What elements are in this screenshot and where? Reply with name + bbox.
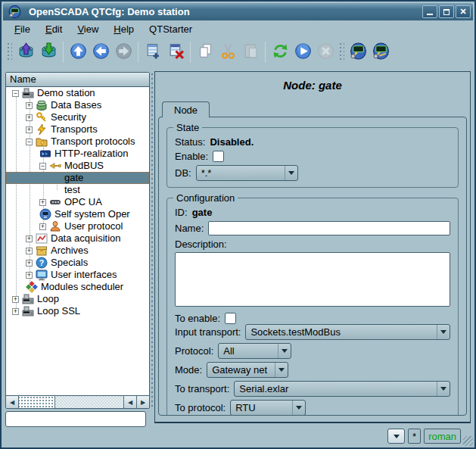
toolbar-handle[interactable] <box>7 42 12 62</box>
to-transport-combobox[interactable]: Serial.exlar <box>234 381 450 397</box>
menu-qtstarter[interactable]: QTStarter <box>142 22 199 36</box>
tree-item-http-realization[interactable]: HTTP-realization <box>6 148 149 160</box>
data-acquisition-icon <box>36 232 48 245</box>
description-field[interactable] <box>175 252 450 307</box>
expand-icon[interactable]: + <box>12 296 19 303</box>
menu-help[interactable]: Help <box>107 22 141 36</box>
station-icon <box>22 305 34 317</box>
go-previous-button[interactable] <box>89 41 112 64</box>
scrollbar-track[interactable] <box>55 396 123 408</box>
expand-icon[interactable]: + <box>26 235 33 242</box>
tree-item-label: User protocol <box>64 220 123 232</box>
name-field[interactable] <box>208 221 450 235</box>
tree-item-test[interactable]: test <box>6 184 149 196</box>
tree-horizontal-scrollbar[interactable]: ◀ ◀ ▶ <box>6 395 149 408</box>
scroll-left-icon[interactable]: ◀ <box>6 396 19 408</box>
scrollbar-thumb[interactable] <box>19 396 55 408</box>
cut-item-button[interactable] <box>216 41 239 64</box>
tree-item-user-protocol[interactable]: +User protocol <box>6 220 149 232</box>
tree-item-archives[interactable]: +Archives <box>6 245 149 257</box>
protocol-combobox[interactable]: All <box>218 343 291 359</box>
tree-item-modules-scheduler[interactable]: Modules scheduler <box>6 281 149 293</box>
collapse-icon[interactable]: − <box>39 163 46 170</box>
expand-icon[interactable]: + <box>26 260 33 267</box>
minimize-button[interactable] <box>422 5 437 18</box>
expand-icon[interactable]: + <box>12 308 19 315</box>
tree-item-data-bases[interactable]: +Data Bases <box>6 99 149 111</box>
tree-item-gate[interactable]: gate <box>6 172 149 184</box>
close-button[interactable]: ✕ <box>456 5 471 18</box>
scroll-left-icon[interactable]: ◀ <box>123 396 136 408</box>
id-value: gate <box>192 207 213 218</box>
tree-item-demo-station[interactable]: −Demo station <box>6 87 149 99</box>
app-icon <box>8 5 21 18</box>
db-combobox[interactable]: *.* <box>196 165 298 181</box>
user-protocol-icon <box>49 220 61 232</box>
oscd-config-icon <box>350 42 367 63</box>
toolbar-handle[interactable] <box>339 42 344 62</box>
tree-filter-input[interactable] <box>5 411 146 427</box>
chevron-down-icon <box>285 166 297 180</box>
expand-icon[interactable]: + <box>26 272 33 279</box>
state-legend: State <box>173 122 202 133</box>
modbus-icon <box>49 160 61 172</box>
to-protocol-combobox[interactable]: RTU <box>230 400 306 416</box>
tree-item-specials[interactable]: +?Specials <box>6 257 149 269</box>
tree-item-user-interfaces[interactable]: +User interfaces <box>6 269 149 281</box>
menu-view[interactable]: View <box>70 22 105 36</box>
tree-item-transports[interactable]: +Transports <box>6 123 149 136</box>
start-updating-button[interactable] <box>291 41 314 64</box>
collapse-icon[interactable]: − <box>26 139 33 145</box>
tree-item-loop-ssl[interactable]: +Loop SSL <box>6 305 149 317</box>
tree-item-transport-protocols[interactable]: −Transport protocols <box>6 136 149 148</box>
menu-edit[interactable]: Edit <box>39 22 69 36</box>
maximize-button[interactable] <box>439 5 454 18</box>
tree-item-modbus[interactable]: −ModBUS <box>6 160 149 172</box>
mode-combobox[interactable]: Gateway net <box>207 362 288 378</box>
expand-icon[interactable]: + <box>39 199 46 206</box>
description-label: Description: <box>175 239 227 250</box>
tree-item-self-system-oper[interactable]: Self system Oper <box>6 208 149 220</box>
tree-column-header[interactable]: Name <box>6 73 149 87</box>
enable-checkbox[interactable] <box>213 151 224 162</box>
expand-icon[interactable]: + <box>26 102 33 109</box>
go-up-button[interactable] <box>67 41 89 64</box>
transports-icon <box>36 123 48 136</box>
menu-file[interactable]: File <box>8 22 37 36</box>
expand-icon[interactable]: + <box>26 126 33 133</box>
expand-icon[interactable]: + <box>26 248 33 254</box>
scroll-right-icon[interactable]: ▶ <box>136 396 149 408</box>
save-to-db-button[interactable] <box>37 41 60 64</box>
to-enable-checkbox[interactable] <box>225 313 236 324</box>
qtstarter-vision-button[interactable] <box>369 41 392 64</box>
input-transport-combobox[interactable]: Sockets.testModBus <box>245 324 450 340</box>
status-dropdown-button[interactable] <box>387 429 405 444</box>
delete-item-button[interactable] <box>164 41 187 64</box>
load-from-db-button[interactable] <box>14 41 37 64</box>
tree-item-label: Data acquisition <box>51 232 121 245</box>
chevron-down-icon <box>275 363 288 377</box>
title-bar[interactable]: OpenSCADA QTCfg: Demo station ✕ <box>3 3 473 20</box>
tree-item-label: HTTP-realization <box>54 148 129 160</box>
current-user-badge[interactable]: roman <box>424 429 461 444</box>
tree-item-opc-ua[interactable]: +OPC UA <box>6 196 149 208</box>
chevron-down-icon <box>437 325 450 339</box>
copy-item-button[interactable] <box>194 41 216 64</box>
enable-label: Enable: <box>175 151 208 162</box>
tree-item-label: Demo station <box>37 87 95 99</box>
refresh-button[interactable] <box>269 41 291 64</box>
to-protocol-label: To protocol: <box>175 402 226 413</box>
tree-item-security[interactable]: +Security <box>6 111 149 123</box>
add-item-button[interactable] <box>142 41 164 64</box>
collapse-icon[interactable]: − <box>12 90 19 97</box>
expand-icon[interactable]: + <box>39 223 46 230</box>
protocol-label: Protocol: <box>175 345 213 357</box>
expand-icon[interactable]: + <box>26 114 33 121</box>
db-combobox-value: *.* <box>201 167 285 179</box>
toolbar-separator <box>265 42 266 63</box>
tree-item-data-acquisition[interactable]: +Data acquisition <box>6 232 149 245</box>
resize-grip[interactable] <box>463 436 473 446</box>
qtstarter-qtcfg-button[interactable] <box>347 41 369 64</box>
tab-node[interactable]: Node <box>162 101 210 117</box>
tree-item-loop[interactable]: +Loop <box>6 293 149 305</box>
